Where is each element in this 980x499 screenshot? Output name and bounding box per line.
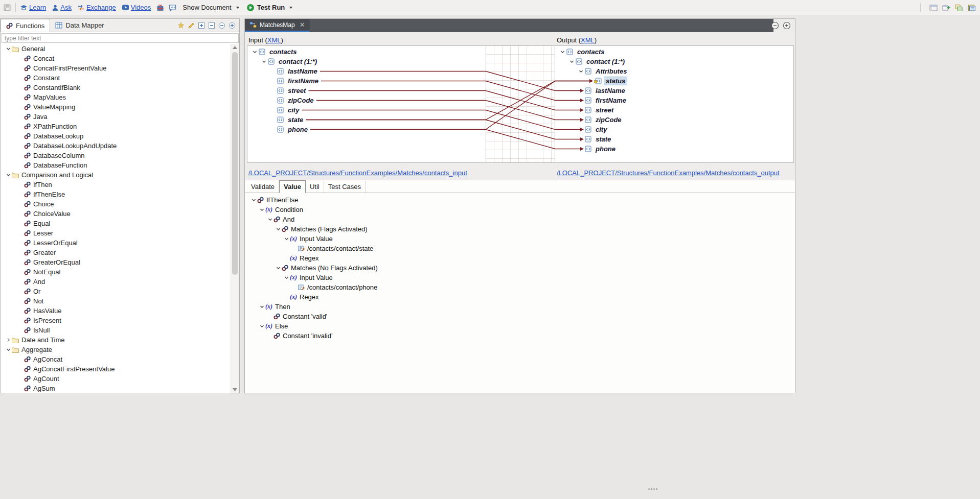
palette-icon[interactable] — [955, 4, 963, 12]
function-item[interactable]: Concat — [1, 54, 231, 63]
input-node-phone[interactable]: phone — [247, 125, 486, 134]
learn-link[interactable]: Learn — [29, 4, 46, 11]
tab-util[interactable]: Util — [306, 181, 324, 193]
function-item[interactable]: IsNull — [1, 325, 231, 335]
detail-node[interactable]: /contacts/contact/phone — [245, 282, 795, 292]
detail-node[interactable]: (x)Regex — [245, 253, 795, 263]
chevron-down-icon[interactable] — [568, 59, 576, 64]
detail-node[interactable]: (x)Else — [245, 321, 795, 331]
output-node-Attributes[interactable]: Attributes — [555, 66, 793, 76]
edit-function-icon[interactable] — [188, 22, 195, 29]
detail-node[interactable]: (x)Condition — [245, 205, 795, 215]
bottom-grip-handle[interactable] — [648, 488, 650, 490]
function-item[interactable]: Or — [1, 287, 231, 296]
function-item[interactable]: IfThen — [1, 180, 231, 189]
detail-node[interactable]: (x)Regex — [245, 292, 795, 302]
tab-value[interactable]: Value — [279, 180, 306, 193]
tab-test-cases[interactable]: Test Cases — [324, 181, 366, 193]
function-item[interactable]: AgConcatFirstPresentValue — [1, 364, 231, 374]
chevron-down-icon[interactable] — [559, 50, 566, 54]
output-node-firstName[interactable]: firstName — [555, 96, 793, 105]
function-item[interactable]: Java — [1, 112, 231, 122]
save-icon[interactable] — [3, 4, 11, 12]
toolbar-link-learn[interactable]: Learn — [20, 4, 46, 11]
function-item[interactable]: Not — [1, 296, 231, 306]
input-node-lastName[interactable]: lastName — [247, 66, 486, 76]
new-function-icon[interactable] — [177, 22, 185, 29]
chevron-down-icon[interactable] — [258, 207, 265, 212]
chevron-down-icon[interactable] — [283, 236, 290, 241]
input-node-contacts[interactable]: contacts — [247, 47, 486, 57]
detail-node[interactable]: Matches (Flags Activated) — [245, 224, 795, 234]
function-item[interactable]: MapValues — [1, 92, 231, 102]
show-view-icon[interactable] — [942, 4, 950, 12]
function-item[interactable]: Equal — [1, 219, 231, 228]
function-item[interactable]: IfThenElse — [1, 189, 231, 199]
exchange-link[interactable]: Exchange — [86, 4, 116, 11]
detail-node[interactable]: IfThenElse — [245, 195, 795, 205]
community-icon[interactable] — [156, 4, 164, 11]
function-item[interactable]: IsPresent — [1, 316, 231, 325]
chevron-right-icon[interactable] — [5, 338, 12, 342]
maximize-icon[interactable] — [783, 21, 791, 30]
test-run-button[interactable]: Test Run — [246, 4, 293, 12]
input-structure-link[interactable]: /LOCAL_PROJECT/Structures/FunctionExampl… — [248, 169, 467, 177]
expand-all-icon[interactable] — [229, 22, 236, 29]
input-node-firstName[interactable]: firstName — [247, 76, 486, 86]
add-icon[interactable] — [198, 22, 205, 29]
functions-scrollbar[interactable] — [231, 44, 239, 393]
input-node-contact[interactable]: contact (1:*) — [247, 57, 486, 66]
tab-functions[interactable]: Functions — [1, 19, 50, 32]
chevron-down-icon[interactable] — [5, 347, 12, 352]
input-node-street[interactable]: street — [247, 86, 486, 96]
detail-node[interactable]: (x)Then — [245, 302, 795, 312]
chevron-down-icon[interactable] — [258, 304, 265, 309]
function-item[interactable]: Greater — [1, 248, 231, 257]
show-document-button[interactable]: Show Document — [183, 4, 239, 11]
output-node-contacts[interactable]: contacts — [555, 47, 793, 57]
toolbar-link-exchange[interactable]: Exchange — [77, 4, 116, 11]
detail-node[interactable]: (x)Input Value — [245, 273, 795, 282]
input-node-state[interactable]: state — [247, 115, 486, 125]
detail-node[interactable]: (x)Input Value — [245, 234, 795, 244]
function-group[interactable]: Aggregate — [1, 345, 231, 354]
function-item[interactable]: AgCount — [1, 374, 231, 384]
ask-link[interactable]: Ask — [60, 4, 72, 11]
filter-input[interactable] — [2, 33, 239, 43]
chevron-down-icon[interactable] — [251, 50, 259, 54]
function-item[interactable]: GreaterOrEqual — [1, 257, 231, 267]
function-item[interactable]: ValueMapping — [1, 102, 231, 112]
output-node-contact[interactable]: contact (1:*) — [555, 57, 793, 66]
function-item[interactable]: HasValue — [1, 306, 231, 316]
output-node-city[interactable]: city — [555, 125, 793, 134]
function-item[interactable]: Lesser — [1, 228, 231, 238]
output-node-status[interactable]: status — [555, 76, 793, 86]
output-structure-link[interactable]: /LOCAL_PROJECT/Structures/FunctionExampl… — [557, 169, 780, 177]
toolbar-link-videos[interactable]: Videos — [122, 4, 151, 11]
function-item[interactable]: AgConcat — [1, 354, 231, 364]
scrollbar-thumb[interactable] — [232, 52, 238, 275]
chevron-down-icon[interactable] — [5, 46, 12, 51]
chevron-down-icon[interactable] — [275, 227, 282, 231]
library-icon[interactable] — [968, 4, 976, 12]
function-item[interactable]: DatabaseFunction — [1, 160, 231, 170]
chevron-down-icon[interactable] — [266, 217, 274, 222]
detail-node[interactable]: And — [245, 215, 795, 224]
chevron-down-icon[interactable] — [258, 324, 265, 328]
support-icon[interactable] — [169, 4, 176, 11]
function-item[interactable]: Choice — [1, 199, 231, 209]
function-group[interactable]: General — [1, 44, 231, 54]
chevron-down-icon[interactable] — [250, 198, 257, 202]
output-node-phone[interactable]: phone — [555, 144, 793, 154]
chevron-down-icon[interactable] — [5, 173, 12, 177]
function-group[interactable]: Comparison and Logical — [1, 170, 231, 180]
output-node-street[interactable]: street — [555, 105, 793, 115]
function-item[interactable]: DatabaseLookupAndUpdate — [1, 141, 231, 151]
function-item[interactable]: LesserOrEqual — [1, 238, 231, 248]
input-node-zipCode[interactable]: zipCode — [247, 96, 486, 105]
output-xml-link[interactable]: XML — [581, 36, 595, 44]
detail-node[interactable]: Matches (No Flags Activated) — [245, 263, 795, 273]
scroll-up-icon[interactable] — [231, 44, 239, 51]
detail-node[interactable]: Constant 'valid' — [245, 312, 795, 321]
function-item[interactable]: AgSum — [1, 384, 231, 393]
